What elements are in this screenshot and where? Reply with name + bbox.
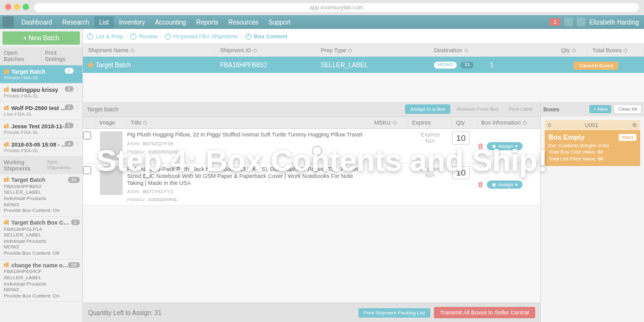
more-icon[interactable]: ⋮ bbox=[75, 68, 80, 74]
folder-icon bbox=[88, 62, 93, 67]
url-bar[interactable]: app.inventorylab.com bbox=[34, 3, 639, 12]
folder-icon bbox=[4, 177, 9, 182]
col-shipment-id[interactable]: Shipment ID ◇ bbox=[215, 44, 316, 57]
assign-button[interactable]: ◉Assign ▾ bbox=[487, 142, 523, 150]
alert-badge[interactable]: 1 bbox=[550, 18, 560, 26]
batch-title: Target Batch bbox=[83, 104, 140, 115]
more-icon[interactable]: ⋮ bbox=[75, 104, 80, 110]
more-icon[interactable]: ⋮ bbox=[75, 123, 80, 128]
delete-icon[interactable]: 🗑 bbox=[477, 142, 484, 150]
start-box-button[interactable]: Start bbox=[619, 134, 636, 141]
boxes-label: Boxes bbox=[543, 106, 559, 113]
item-row: Pig Plush Hugging Pillow, 22 in Piggy St… bbox=[83, 129, 540, 164]
col-total-boxes[interactable]: Total Boxes ◇ bbox=[587, 44, 644, 57]
top-nav: Dashboard Research List Inventory Accoun… bbox=[0, 15, 644, 29]
logo-icon bbox=[3, 16, 14, 28]
remove-from-box-button[interactable]: Remove From Box bbox=[453, 104, 502, 114]
product-image bbox=[100, 131, 123, 160]
transmit-all-button[interactable]: Transmit All Boxes to Seller Central bbox=[434, 307, 535, 318]
boxes-panel: Boxes + New Clear All 0 U001 ⚙ Box Empty… bbox=[540, 102, 644, 322]
more-icon[interactable]: ⋮ bbox=[75, 86, 80, 92]
nav-reports[interactable]: Reports bbox=[191, 16, 223, 28]
window-controls[interactable] bbox=[5, 4, 31, 11]
transmit-boxes-button[interactable]: Transmit Boxes bbox=[574, 62, 618, 70]
wizard-step-box-content[interactable]: Box Content bbox=[245, 33, 288, 40]
working-shipment-item[interactable]: Target Batch31FBA16HPFB8S2SELLER_LABELIn… bbox=[0, 174, 82, 217]
item-row: Field Notes 3-Pack Pitch Black Memo Book… bbox=[83, 164, 540, 206]
sidebar-batch-item[interactable]: Jesse Test 2018-11-…Private-FBA-SL1⋮ bbox=[0, 120, 82, 138]
sound-icon[interactable] bbox=[577, 18, 586, 26]
gear-icon[interactable]: ⚙ bbox=[632, 122, 637, 128]
folder-icon bbox=[4, 219, 9, 225]
sidebar: + New Batch Open Batches Print Settings … bbox=[0, 29, 83, 322]
sidebar-batch-item[interactable]: 2018-03-05 15:08 - …Private-FBA-SL4⋮ bbox=[0, 138, 82, 157]
qty-input[interactable] bbox=[452, 166, 470, 179]
working-shipment-item[interactable]: change the name o…25FBA16HP6S4CFSELLER_L… bbox=[0, 260, 82, 303]
col-prep-type[interactable]: Prep Type ◇ bbox=[316, 44, 429, 57]
folder-icon bbox=[4, 262, 9, 267]
item-checkbox[interactable] bbox=[83, 166, 91, 174]
box-card[interactable]: 0 U001 ⚙ Box Empty Start Est. Contents W… bbox=[545, 120, 640, 166]
nav-inventory[interactable]: Inventory bbox=[114, 16, 150, 28]
browser-chrome: app.inventorylab.com bbox=[0, 0, 644, 15]
sidebar-batch-item[interactable]: Target BatchPrivate-FBA-SL2⋮ bbox=[0, 65, 82, 84]
item-checkbox[interactable] bbox=[83, 131, 91, 140]
nav-resources[interactable]: Resources bbox=[223, 16, 264, 28]
folder-icon bbox=[4, 105, 9, 110]
mail-icon[interactable] bbox=[564, 18, 573, 26]
nav-dashboard[interactable]: Dashboard bbox=[16, 16, 57, 28]
folder-icon bbox=[4, 69, 9, 74]
qty-left-label: Quantity Left to Assign: 31 bbox=[88, 309, 162, 316]
print-packing-list-button[interactable]: Print Shipment Packing List bbox=[358, 308, 430, 318]
shipment-row[interactable]: Target Batch FBA16HPFB8S2 SELLER_LABEL M… bbox=[83, 57, 644, 73]
sidebar-batch-item[interactable]: Wolf PD-2560 test …Live-FBA-SL1⋮ bbox=[0, 102, 82, 120]
wizard-step-proposed[interactable]: Proposed FBA Shipments bbox=[165, 33, 238, 40]
col-shipment-name[interactable]: Shipment Name ◇ bbox=[83, 44, 215, 57]
wizard-steps: List & Prep› Review› Proposed FBA Shipme… bbox=[83, 29, 644, 44]
new-batch-button[interactable]: + New Batch bbox=[3, 31, 80, 45]
assign-button[interactable]: ◉Assign ▾ bbox=[487, 180, 523, 189]
product-image bbox=[100, 166, 123, 195]
wizard-step-list-prep[interactable]: List & Prep bbox=[87, 33, 123, 40]
nav-accounting[interactable]: Accounting bbox=[150, 16, 191, 28]
nav-support[interactable]: Support bbox=[264, 16, 296, 28]
col-qty[interactable]: Qty ◇ bbox=[556, 44, 587, 57]
new-box-button[interactable]: + New bbox=[589, 105, 611, 113]
qty-input[interactable] bbox=[452, 131, 470, 145]
folder-icon bbox=[4, 87, 9, 92]
nav-list[interactable]: List bbox=[94, 16, 114, 28]
nav-research[interactable]: Research bbox=[57, 16, 94, 28]
working-shipments-label: Working Shipments bbox=[4, 159, 47, 172]
folder-icon bbox=[4, 142, 9, 147]
print-settings-button[interactable]: Print Settings bbox=[42, 47, 83, 65]
col-destination[interactable]: Destination ◇ bbox=[429, 44, 556, 57]
shipment-table: Shipment Name ◇ Shipment ID ◇ Prep Type … bbox=[83, 44, 644, 73]
open-batches-label: Open Batches bbox=[0, 47, 42, 65]
print-label-button[interactable]: Print Label bbox=[505, 104, 536, 114]
sidebar-batch-item[interactable]: testingppu krissyPrivate-FBA-SL1⋮ bbox=[0, 84, 82, 102]
folder-icon bbox=[4, 123, 9, 128]
sync-shipments-button[interactable]: Sync Shipments bbox=[47, 159, 79, 172]
clear-all-button[interactable]: Clear All bbox=[614, 104, 641, 114]
more-icon[interactable]: ⋮ bbox=[75, 141, 80, 147]
delete-icon[interactable]: 🗑 bbox=[477, 180, 484, 188]
user-name[interactable]: Elizabeth Harding bbox=[589, 19, 639, 26]
working-shipment-item[interactable]: Target Batch Box C…2FBA16HPGLP14SELLER_L… bbox=[0, 217, 82, 260]
wizard-step-review[interactable]: Review bbox=[130, 33, 158, 40]
assign-to-box-button[interactable]: Assign to a Box bbox=[405, 104, 450, 114]
